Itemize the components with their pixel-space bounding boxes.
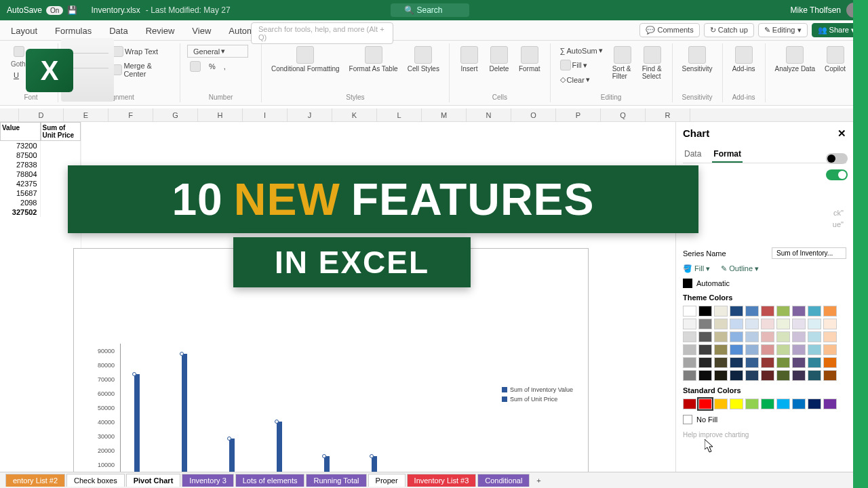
clear-button[interactable]: ◇ Clear ▾ <box>557 74 606 85</box>
panel-tab-format[interactable]: Format <box>712 146 743 163</box>
color-swatch[interactable] <box>745 319 759 329</box>
color-swatch[interactable] <box>776 357 790 368</box>
color-swatch[interactable] <box>792 331 806 342</box>
color-swatch[interactable] <box>761 370 774 381</box>
autosave[interactable]: AutoSave On 💾 <box>7 5 77 15</box>
col-L[interactable]: L <box>377 108 422 121</box>
color-swatch[interactable] <box>714 370 728 381</box>
fill-dropdown[interactable]: 🪣 Fill ▾ <box>683 264 710 273</box>
autosum-button[interactable]: ∑ AutoSum ▾ <box>557 45 606 56</box>
table-row[interactable]: 87500 <box>0 150 81 160</box>
standard-color-swatches[interactable] <box>683 399 846 409</box>
color-swatch[interactable] <box>730 306 743 317</box>
catchup-button[interactable]: ↻ Catch up <box>704 23 754 37</box>
col-D[interactable]: D <box>19 108 64 121</box>
percent-button[interactable]: % <box>206 60 218 73</box>
panel-tab-data[interactable]: Data <box>683 146 703 163</box>
color-swatch[interactable] <box>730 357 743 368</box>
color-swatch[interactable] <box>698 319 712 329</box>
color-swatch[interactable] <box>761 306 774 317</box>
color-swatch[interactable] <box>761 331 774 342</box>
color-swatch[interactable] <box>808 357 821 368</box>
comma-button[interactable]: , <box>221 60 229 73</box>
color-swatch[interactable] <box>745 357 759 368</box>
sheet-tab[interactable]: entory List #2 <box>5 474 65 487</box>
color-swatch[interactable] <box>683 306 696 317</box>
tab-review[interactable]: Review <box>139 22 182 40</box>
addins-button[interactable]: Add-ins <box>730 45 758 74</box>
color-swatch[interactable] <box>714 331 728 342</box>
color-swatch[interactable] <box>776 370 790 381</box>
color-swatch[interactable] <box>792 370 806 381</box>
color-swatch[interactable] <box>714 357 728 368</box>
filename[interactable]: Inventory.xlsx <box>91 5 140 15</box>
color-swatch[interactable] <box>761 344 774 355</box>
color-swatch[interactable] <box>792 319 806 329</box>
color-swatch[interactable] <box>761 399 774 409</box>
sheet-tab[interactable]: Running Total <box>306 474 366 487</box>
wrap-text-button[interactable]: Wrap Text <box>110 45 173 58</box>
col-header-sum-unit-price[interactable]: Sum of Unit Price <box>41 122 81 141</box>
color-swatch[interactable] <box>714 399 728 409</box>
col-F[interactable]: F <box>108 108 153 121</box>
sort-filter-button[interactable]: Sort & Filter <box>610 45 635 81</box>
color-swatch[interactable] <box>730 331 743 342</box>
col-H[interactable]: H <box>198 108 243 121</box>
col-P[interactable]: P <box>556 108 601 121</box>
color-swatch[interactable] <box>698 344 712 355</box>
col-Q[interactable]: Q <box>601 108 646 121</box>
color-swatch[interactable] <box>730 370 743 381</box>
col-O[interactable]: O <box>511 108 556 121</box>
toggle-1[interactable] <box>826 153 848 164</box>
analyze-data-button[interactable]: Analyze Data <box>772 45 818 74</box>
color-swatch[interactable] <box>745 370 759 381</box>
user-account[interactable]: Mike Tholfsen <box>791 3 861 18</box>
color-swatch[interactable] <box>823 399 837 409</box>
format-as-table-button[interactable]: Format As Table <box>347 45 401 74</box>
table-row[interactable]: 73200 <box>0 141 81 150</box>
find-select-button[interactable]: Find & Select <box>639 45 665 81</box>
add-sheet-button[interactable]: + <box>531 474 546 487</box>
sheet-tab[interactable]: Inventory 3 <box>182 474 233 487</box>
color-swatch[interactable] <box>776 399 790 409</box>
color-swatch[interactable] <box>823 319 837 329</box>
col-G[interactable]: G <box>153 108 198 121</box>
chart-legend[interactable]: Sum of Inventory Value Sum of Unit Price <box>502 384 573 405</box>
automatic-color[interactable]: Automatic <box>683 279 846 288</box>
editing-button[interactable]: ✎ Editing ▾ <box>758 23 808 37</box>
color-swatch[interactable] <box>823 306 837 317</box>
color-swatch[interactable] <box>714 319 728 329</box>
color-swatch[interactable] <box>745 344 759 355</box>
col-K[interactable]: K <box>332 108 377 121</box>
color-swatch[interactable] <box>808 370 821 381</box>
color-swatch[interactable] <box>683 331 696 342</box>
color-swatch[interactable] <box>792 306 806 317</box>
color-swatch[interactable] <box>683 344 696 355</box>
color-swatch[interactable] <box>714 344 728 355</box>
tab-view[interactable]: View <box>185 22 218 40</box>
panel-toggles[interactable] <box>826 153 848 180</box>
titlebar-search[interactable]: 🔍 Search <box>391 3 469 17</box>
color-swatch[interactable] <box>776 331 790 342</box>
number-format-select[interactable]: General ▾ <box>187 45 248 58</box>
color-swatch[interactable] <box>761 357 774 368</box>
color-swatch[interactable] <box>761 319 774 329</box>
color-swatch[interactable] <box>808 344 821 355</box>
col-M[interactable]: M <box>422 108 467 121</box>
conditional-formatting-button[interactable]: Conditional Formatting <box>269 45 342 74</box>
tell-me-search[interactable]: Search for tools, help, and more (Alt + … <box>251 22 393 44</box>
col-E[interactable]: E <box>64 108 108 121</box>
color-swatch[interactable] <box>823 344 837 355</box>
cell-styles-button[interactable]: Cell Styles <box>405 45 442 74</box>
color-swatch[interactable] <box>792 357 806 368</box>
color-swatch[interactable] <box>730 399 743 409</box>
color-swatch[interactable] <box>683 319 696 329</box>
color-swatch[interactable] <box>698 331 712 342</box>
currency-button[interactable] <box>187 60 203 73</box>
series-name-input[interactable]: Sum of Inventory... <box>772 247 846 259</box>
color-swatch[interactable] <box>683 357 696 368</box>
color-swatch[interactable] <box>823 370 837 381</box>
color-swatch[interactable] <box>698 370 712 381</box>
color-swatch[interactable] <box>808 399 821 409</box>
sheet-tab[interactable]: Conditional <box>477 474 530 487</box>
